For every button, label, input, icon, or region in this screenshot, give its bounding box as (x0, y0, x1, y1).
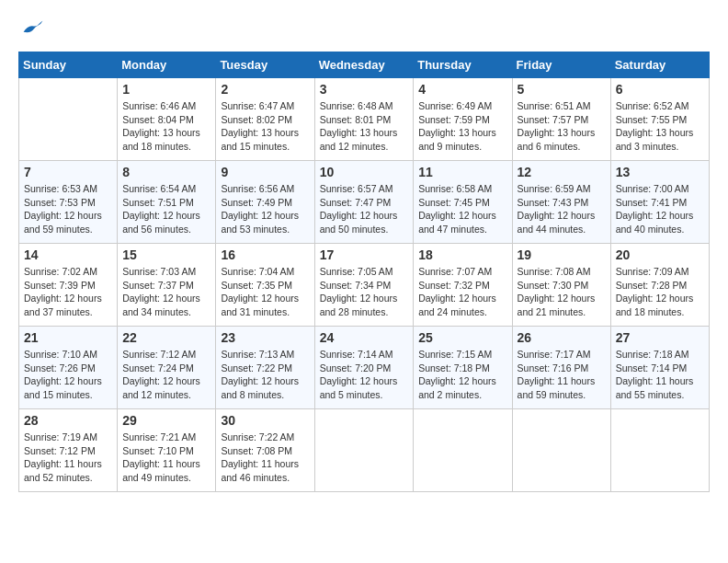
day-header-wednesday: Wednesday (314, 52, 414, 78)
calendar-cell: 11Sunrise: 6:58 AMSunset: 7:45 PMDayligh… (414, 161, 512, 244)
calendar-cell: 17Sunrise: 7:05 AMSunset: 7:34 PMDayligh… (314, 244, 414, 327)
day-number: 19 (518, 247, 606, 262)
logo-bird-icon (22, 18, 44, 37)
calendar-cell: 15Sunrise: 7:03 AMSunset: 7:37 PMDayligh… (118, 244, 216, 327)
day-info: Sunrise: 7:18 AMSunset: 7:14 PMDaylight:… (616, 348, 704, 402)
day-number: 6 (616, 82, 704, 97)
calendar-cell: 25Sunrise: 7:15 AMSunset: 7:18 PMDayligh… (414, 327, 512, 409)
day-number: 26 (518, 330, 606, 345)
calendar-cell (610, 409, 709, 492)
calendar-cell: 10Sunrise: 6:57 AMSunset: 7:47 PMDayligh… (314, 161, 414, 244)
day-header-monday: Monday (118, 52, 216, 78)
day-number: 10 (320, 165, 409, 179)
day-number: 11 (418, 165, 506, 179)
day-number: 24 (320, 330, 409, 345)
day-number: 8 (122, 165, 210, 179)
day-number: 28 (24, 413, 112, 428)
week-row: 21Sunrise: 7:10 AMSunset: 7:26 PMDayligh… (19, 327, 710, 409)
calendar-cell: 8Sunrise: 6:54 AMSunset: 7:51 PMDaylight… (118, 161, 216, 244)
calendar-cell: 21Sunrise: 7:10 AMSunset: 7:26 PMDayligh… (19, 327, 118, 409)
week-row: 7Sunrise: 6:53 AMSunset: 7:53 PMDaylight… (19, 161, 710, 244)
calendar-cell (512, 409, 610, 492)
day-number: 16 (221, 247, 309, 262)
day-info: Sunrise: 7:14 AMSunset: 7:20 PMDaylight:… (320, 348, 409, 402)
day-header-friday: Friday (512, 52, 610, 78)
calendar-cell (314, 409, 414, 492)
day-header-saturday: Saturday (610, 52, 709, 78)
day-number: 3 (320, 82, 409, 97)
calendar-cell: 29Sunrise: 7:21 AMSunset: 7:10 PMDayligh… (118, 409, 216, 492)
day-number: 12 (518, 165, 606, 179)
day-number: 30 (221, 413, 309, 428)
calendar-cell: 4Sunrise: 6:49 AMSunset: 7:59 PMDaylight… (414, 78, 512, 161)
day-info: Sunrise: 6:57 AMSunset: 7:47 PMDaylight:… (320, 182, 409, 236)
day-info: Sunrise: 6:59 AMSunset: 7:43 PMDaylight:… (518, 182, 606, 236)
calendar-cell: 16Sunrise: 7:04 AMSunset: 7:35 PMDayligh… (216, 244, 314, 327)
day-number: 7 (24, 165, 112, 179)
day-number: 4 (418, 82, 506, 97)
day-info: Sunrise: 7:02 AMSunset: 7:39 PMDaylight:… (24, 265, 112, 319)
page-header (18, 18, 710, 37)
day-header-thursday: Thursday (414, 52, 512, 78)
calendar-cell: 22Sunrise: 7:12 AMSunset: 7:24 PMDayligh… (118, 327, 216, 409)
day-number: 1 (122, 82, 210, 97)
day-number: 13 (616, 165, 704, 179)
calendar-cell: 6Sunrise: 6:52 AMSunset: 7:55 PMDaylight… (610, 78, 709, 161)
day-info: Sunrise: 6:58 AMSunset: 7:45 PMDaylight:… (418, 182, 506, 236)
day-info: Sunrise: 7:19 AMSunset: 7:12 PMDaylight:… (24, 431, 112, 485)
week-row: 1Sunrise: 6:46 AMSunset: 8:04 PMDaylight… (19, 78, 710, 161)
day-info: Sunrise: 7:17 AMSunset: 7:16 PMDaylight:… (518, 348, 606, 402)
calendar-header-row: SundayMondayTuesdayWednesdayThursdayFrid… (19, 52, 710, 78)
day-info: Sunrise: 6:53 AMSunset: 7:53 PMDaylight:… (24, 182, 112, 236)
calendar-cell: 20Sunrise: 7:09 AMSunset: 7:28 PMDayligh… (610, 244, 709, 327)
calendar-cell: 3Sunrise: 6:48 AMSunset: 8:01 PMDaylight… (314, 78, 414, 161)
day-info: Sunrise: 6:47 AMSunset: 8:02 PMDaylight:… (221, 99, 309, 154)
day-info: Sunrise: 6:48 AMSunset: 8:01 PMDaylight:… (320, 99, 409, 154)
calendar-table: SundayMondayTuesdayWednesdayThursdayFrid… (18, 52, 710, 492)
day-number: 21 (24, 330, 112, 345)
day-number: 5 (518, 82, 606, 97)
logo (18, 18, 44, 37)
day-number: 23 (221, 330, 309, 345)
day-info: Sunrise: 6:56 AMSunset: 7:49 PMDaylight:… (221, 182, 309, 236)
day-header-tuesday: Tuesday (216, 52, 314, 78)
calendar-cell: 1Sunrise: 6:46 AMSunset: 8:04 PMDaylight… (118, 78, 216, 161)
day-info: Sunrise: 7:15 AMSunset: 7:18 PMDaylight:… (418, 348, 506, 402)
day-number: 15 (122, 247, 210, 262)
day-number: 2 (221, 82, 309, 97)
week-row: 28Sunrise: 7:19 AMSunset: 7:12 PMDayligh… (19, 409, 710, 492)
calendar-cell: 27Sunrise: 7:18 AMSunset: 7:14 PMDayligh… (610, 327, 709, 409)
calendar-cell: 2Sunrise: 6:47 AMSunset: 8:02 PMDaylight… (216, 78, 314, 161)
day-info: Sunrise: 6:51 AMSunset: 7:57 PMDaylight:… (518, 99, 606, 154)
day-info: Sunrise: 6:54 AMSunset: 7:51 PMDaylight:… (122, 182, 210, 236)
day-info: Sunrise: 7:22 AMSunset: 7:08 PMDaylight:… (221, 431, 309, 485)
day-number: 14 (24, 247, 112, 262)
day-header-sunday: Sunday (19, 52, 118, 78)
day-info: Sunrise: 7:08 AMSunset: 7:30 PMDaylight:… (518, 265, 606, 319)
calendar-cell: 26Sunrise: 7:17 AMSunset: 7:16 PMDayligh… (512, 327, 610, 409)
day-info: Sunrise: 7:00 AMSunset: 7:41 PMDaylight:… (616, 182, 704, 236)
calendar-cell (19, 78, 118, 161)
day-info: Sunrise: 7:10 AMSunset: 7:26 PMDaylight:… (24, 348, 112, 402)
day-info: Sunrise: 7:04 AMSunset: 7:35 PMDaylight:… (221, 265, 309, 319)
calendar-cell: 24Sunrise: 7:14 AMSunset: 7:20 PMDayligh… (314, 327, 414, 409)
week-row: 14Sunrise: 7:02 AMSunset: 7:39 PMDayligh… (19, 244, 710, 327)
day-info: Sunrise: 6:52 AMSunset: 7:55 PMDaylight:… (616, 99, 704, 154)
day-number: 25 (418, 330, 506, 345)
calendar-cell: 13Sunrise: 7:00 AMSunset: 7:41 PMDayligh… (610, 161, 709, 244)
calendar-cell: 14Sunrise: 7:02 AMSunset: 7:39 PMDayligh… (19, 244, 118, 327)
day-info: Sunrise: 7:13 AMSunset: 7:22 PMDaylight:… (221, 348, 309, 402)
calendar-cell: 19Sunrise: 7:08 AMSunset: 7:30 PMDayligh… (512, 244, 610, 327)
day-number: 9 (221, 165, 309, 179)
day-info: Sunrise: 6:49 AMSunset: 7:59 PMDaylight:… (418, 99, 506, 154)
calendar-cell: 5Sunrise: 6:51 AMSunset: 7:57 PMDaylight… (512, 78, 610, 161)
calendar-cell (414, 409, 512, 492)
day-info: Sunrise: 6:46 AMSunset: 8:04 PMDaylight:… (122, 99, 210, 154)
day-number: 29 (122, 413, 210, 428)
calendar-cell: 28Sunrise: 7:19 AMSunset: 7:12 PMDayligh… (19, 409, 118, 492)
day-info: Sunrise: 7:03 AMSunset: 7:37 PMDaylight:… (122, 265, 210, 319)
day-info: Sunrise: 7:21 AMSunset: 7:10 PMDaylight:… (122, 431, 210, 485)
day-info: Sunrise: 7:05 AMSunset: 7:34 PMDaylight:… (320, 265, 409, 319)
day-info: Sunrise: 7:09 AMSunset: 7:28 PMDaylight:… (616, 265, 704, 319)
calendar-cell: 12Sunrise: 6:59 AMSunset: 7:43 PMDayligh… (512, 161, 610, 244)
